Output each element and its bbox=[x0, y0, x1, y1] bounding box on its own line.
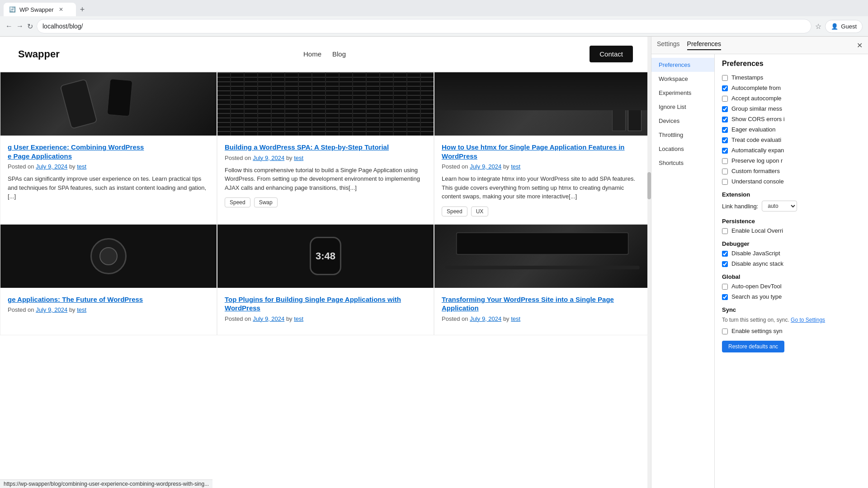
go-to-settings-link[interactable]: Go to Settings bbox=[791, 317, 825, 323]
sidebar-item-experiments[interactable]: Experiments bbox=[651, 86, 714, 100]
blog-card-excerpt: SPAs can significantly improve user expe… bbox=[8, 174, 209, 201]
back-icon[interactable]: ← bbox=[5, 22, 13, 30]
blog-author-link[interactable]: test bbox=[294, 155, 303, 161]
blog-date-link[interactable]: July 9, 2024 bbox=[253, 315, 284, 322]
sidebar-item-ignore-list[interactable]: Ignore List bbox=[651, 100, 714, 114]
nav-home[interactable]: Home bbox=[303, 50, 321, 58]
nav-blog[interactable]: Blog bbox=[332, 50, 346, 58]
disable-async-checkbox[interactable] bbox=[722, 261, 728, 267]
blog-author-link[interactable]: test bbox=[77, 306, 86, 313]
contact-button[interactable]: Contact bbox=[590, 46, 633, 62]
blog-card-tags: Speed UX bbox=[442, 206, 643, 216]
devtools-tab-settings[interactable]: Settings bbox=[657, 40, 680, 50]
blog-author-link[interactable]: test bbox=[511, 315, 520, 322]
blog-card-excerpt: Learn how to integrate htmx into your Wo… bbox=[442, 174, 643, 201]
new-tab-button[interactable]: + bbox=[76, 3, 89, 16]
blog-card-title[interactable]: Building a WordPress SPA: A Step-by-Step… bbox=[225, 143, 426, 152]
devtools-tab-preferences[interactable]: Preferences bbox=[687, 40, 721, 50]
browser-tab[interactable]: 🔄 WP Swapper ✕ bbox=[4, 3, 76, 16]
blog-card-title[interactable]: How to Use htmx for Single Page Applicat… bbox=[442, 143, 643, 160]
auto-expand-checkbox[interactable] bbox=[722, 148, 728, 154]
tag[interactable]: UX bbox=[471, 206, 489, 216]
search-as-you-type-checkbox[interactable] bbox=[722, 294, 728, 300]
reload-icon[interactable]: ↻ bbox=[27, 22, 33, 31]
guest-button[interactable]: 👤 Guest bbox=[825, 20, 863, 33]
blog-card-body: g User Experience: Combining WordPresse … bbox=[0, 136, 217, 214]
blog-card-image bbox=[0, 72, 217, 136]
understand-console-checkbox[interactable] bbox=[722, 179, 728, 185]
show-cors-checkbox[interactable] bbox=[722, 117, 728, 122]
pref-enable-local-override: Enable Local Overri bbox=[722, 227, 861, 234]
tab-bar: 🔄 WP Swapper ✕ + bbox=[0, 0, 868, 16]
tag[interactable]: Swap bbox=[254, 197, 278, 207]
pref-understand-console: Understand console bbox=[722, 178, 861, 185]
group-similar-checkbox[interactable] bbox=[722, 106, 728, 112]
autocomplete-from-checkbox[interactable] bbox=[722, 85, 728, 91]
pref-search-as-you-type: Search as you type bbox=[722, 293, 861, 300]
scroll-thumb[interactable] bbox=[647, 172, 651, 199]
blog-card-image bbox=[217, 72, 434, 136]
bookmark-icon[interactable]: ☆ bbox=[815, 22, 821, 31]
scrollbar[interactable] bbox=[647, 37, 651, 488]
pref-timestamps: Timestamps bbox=[722, 74, 861, 81]
treat-code-checkbox[interactable] bbox=[722, 137, 728, 143]
eager-eval-checkbox[interactable] bbox=[722, 127, 728, 133]
enable-local-override-checkbox[interactable] bbox=[722, 228, 728, 234]
accept-autocomplete-checkbox[interactable] bbox=[722, 96, 728, 102]
sidebar-item-workspace[interactable]: Workspace bbox=[651, 72, 714, 86]
blog-date-link[interactable]: July 9, 2024 bbox=[36, 163, 67, 170]
blog-card-body: Building a WordPress SPA: A Step-by-Step… bbox=[217, 136, 434, 215]
blog-card-meta: Posted on July 9, 2024 by test bbox=[225, 315, 426, 322]
eager-eval-label: Eager evaluation bbox=[731, 126, 776, 133]
devtools-close-button[interactable]: ✕ bbox=[857, 41, 863, 50]
website-content: Swapper Home Blog Contact g User Experie… bbox=[0, 37, 651, 488]
sidebar-item-preferences[interactable]: Preferences bbox=[651, 58, 714, 72]
sidebar-item-devices[interactable]: Devices bbox=[651, 114, 714, 128]
disable-async-label: Disable async stack bbox=[731, 260, 783, 267]
blog-author-link[interactable]: test bbox=[511, 163, 520, 170]
enable-sync-checkbox[interactable] bbox=[722, 328, 728, 334]
blog-card-title[interactable]: Transforming Your WordPress Site into a … bbox=[442, 295, 643, 313]
blog-date-link[interactable]: July 9, 2024 bbox=[253, 155, 284, 161]
blog-author-link[interactable]: test bbox=[294, 315, 303, 322]
blog-card-title[interactable]: Top Plugins for Building Single Page App… bbox=[225, 295, 426, 313]
blog-card-meta: Posted on July 9, 2024 by test bbox=[442, 315, 643, 322]
link-handling-select[interactable]: auto manual bbox=[762, 201, 797, 211]
timestamps-label: Timestamps bbox=[731, 74, 763, 81]
auto-open-devtools-checkbox[interactable] bbox=[722, 284, 728, 290]
settings-sidebar: Preferences Workspace Experiments Ignore… bbox=[651, 54, 715, 488]
blog-date-link[interactable]: July 9, 2024 bbox=[470, 315, 501, 322]
custom-formatters-checkbox[interactable] bbox=[722, 169, 728, 174]
blog-card: How to Use htmx for Single Page Applicat… bbox=[434, 72, 651, 224]
forward-icon[interactable]: → bbox=[16, 22, 24, 30]
blog-card-title[interactable]: g User Experience: Combining WordPresse … bbox=[8, 143, 209, 160]
pref-disable-js: Disable JavaScript bbox=[722, 250, 861, 257]
timestamps-checkbox[interactable] bbox=[722, 75, 728, 81]
tag[interactable]: Speed bbox=[225, 197, 250, 207]
blog-author-link[interactable]: test bbox=[77, 163, 86, 170]
blog-date-link[interactable]: July 9, 2024 bbox=[36, 306, 67, 313]
pref-accept-autocomplete: Accept autocomple bbox=[722, 95, 861, 102]
devtools-panel: Settings Preferences ✕ Preferences Works… bbox=[651, 37, 868, 488]
blog-card-title[interactable]: ge Applications: The Future of WordPress bbox=[8, 295, 209, 304]
pref-auto-open-devtools: Auto-open DevTool bbox=[722, 283, 861, 290]
blog-card: 3:48 Top Plugins for Building Single Pag… bbox=[217, 224, 434, 335]
show-cors-label: Show CORS errors i bbox=[731, 116, 785, 122]
site-logo: Swapper bbox=[18, 48, 60, 60]
tag[interactable]: Speed bbox=[442, 206, 467, 216]
blog-card-body: Top Plugins for Building Single Page App… bbox=[217, 288, 434, 335]
disable-js-checkbox[interactable] bbox=[722, 251, 728, 257]
sidebar-item-throttling[interactable]: Throttling bbox=[651, 128, 714, 142]
blog-date-link[interactable]: July 9, 2024 bbox=[470, 163, 501, 170]
preserve-log-checkbox[interactable] bbox=[722, 158, 728, 164]
tab-title: WP Swapper bbox=[19, 6, 54, 13]
url-input[interactable] bbox=[37, 19, 811, 33]
pref-treat-code: Treat code evaluati bbox=[722, 136, 861, 143]
blog-card-body: ge Applications: The Future of WordPress… bbox=[0, 288, 217, 326]
sidebar-item-locations[interactable]: Locations bbox=[651, 142, 714, 156]
pref-group-similar: Group similar mess bbox=[722, 105, 861, 112]
sidebar-item-shortcuts[interactable]: Shortcuts bbox=[651, 156, 714, 170]
tab-close-button[interactable]: ✕ bbox=[57, 6, 65, 13]
preserve-log-label: Preserve log upon r bbox=[731, 157, 783, 164]
restore-defaults-button[interactable]: Restore defaults anc bbox=[722, 341, 784, 352]
